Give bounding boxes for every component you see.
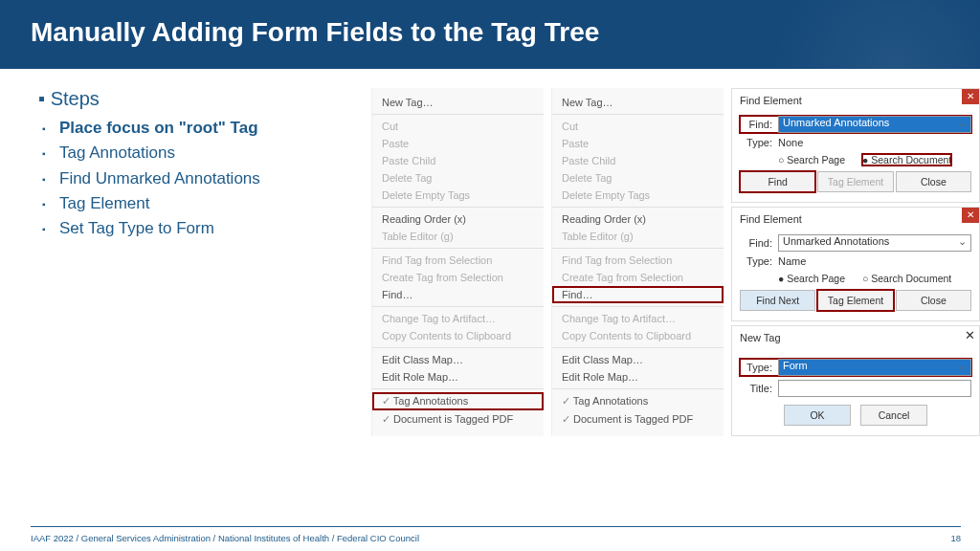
step-item: Tag Annotations [59,141,364,165]
context-menu-1: New Tag… Cut Paste Paste Child Delete Ta… [371,88,544,436]
close-button[interactable]: Close [896,171,971,192]
menu-paste-child: Paste Child [552,152,724,169]
steps-heading: ▪ Steps [38,88,364,110]
dialogs-column: Find Element ✕ Find: Unmarked Annotation… [731,88,980,436]
menu-edit-role[interactable]: Edit Role Map… [552,368,724,386]
menu-cut: Cut [552,118,724,135]
menu-doc-tagged[interactable]: Document is Tagged PDF [372,410,544,429]
menu-change-artifact: Change Tag to Artifact… [372,310,544,327]
footer-text: IAAF 2022 / General Services Administrat… [31,533,419,543]
menu-doc-tagged[interactable]: Document is Tagged PDF [552,410,724,429]
slide-header: Manually Adding Form Fields to the Tag T… [0,0,980,69]
close-icon[interactable]: ✕ [962,89,979,104]
type-label: Type: [740,137,772,148]
menu-copy-clip: Copy Contents to Clipboard [552,327,724,344]
menu-delete-empty: Delete Empty Tags [372,187,544,204]
menu-find[interactable]: Find… [372,286,544,303]
menu-find[interactable]: Find… [552,286,724,303]
menu-cut: Cut [372,118,544,135]
menu-paste: Paste [552,135,724,152]
cancel-button[interactable]: Cancel [860,405,927,426]
find-element-dialog-1: Find Element ✕ Find: Unmarked Annotation… [731,88,980,203]
type-label: Type: [740,362,772,373]
menu-new-tag[interactable]: New Tag… [372,94,544,111]
type-combo[interactable]: Form [778,359,971,376]
close-icon[interactable]: ✕ [965,328,975,342]
find-label: Find: [740,237,772,249]
title-input[interactable] [778,380,971,397]
slide-title: Manually Adding Form Fields to the Tag T… [31,17,949,48]
menu-edit-class[interactable]: Edit Class Map… [372,351,544,368]
menu-create-sel: Create Tag from Selection [372,269,544,286]
menu-delete-tag: Delete Tag [372,169,544,187]
menu-find-sel: Find Tag from Selection [372,252,544,269]
type-label: Type: [740,255,772,267]
close-button[interactable]: Close [896,290,971,311]
menu-paste: Paste [372,135,544,152]
type-value: Name [778,255,806,267]
find-button[interactable]: Find [740,171,815,192]
menu-change-artifact: Change Tag to Artifact… [552,310,724,327]
find-combo[interactable]: Unmarked Annotations [778,116,971,133]
radio-search-page[interactable]: Search Page [778,273,845,284]
radio-search-document[interactable]: Search Document [862,273,951,284]
page-number: 18 [950,533,961,543]
ok-button[interactable]: OK [784,405,851,426]
find-combo[interactable]: Unmarked Annotations [778,234,971,252]
menu-copy-clip: Copy Contents to Clipboard [372,327,544,344]
menu-tag-annotations[interactable]: Tag Annotations [552,392,724,410]
menu-create-sel: Create Tag from Selection [552,269,724,286]
find-next-button[interactable]: Find Next [740,290,815,311]
new-tag-dialog: New Tag ✕ Type: Form Title: OK Cancel [731,325,980,436]
menu-delete-empty: Delete Empty Tags [552,187,724,204]
menu-reading-order[interactable]: Reading Order (x) [552,210,724,228]
context-menu-2: New Tag… Cut Paste Paste Child Delete Ta… [551,88,724,436]
radio-search-document[interactable]: Search Document [862,154,951,165]
step-item: Tag Element [59,191,364,216]
menu-paste-child: Paste Child [372,152,544,169]
step-item: Find Unmarked Annotations [59,166,364,191]
dialog-title: New Tag [740,332,971,349]
slide-footer: IAAF 2022 / General Services Administrat… [31,526,961,543]
menu-table-editor: Table Editor (g) [552,228,724,245]
tag-element-button[interactable]: Tag Element [817,290,893,311]
type-value: None [778,137,803,148]
slide-content: ▪ Steps Place focus on "root" Tag Tag An… [0,69,980,436]
step-item: Set Tag Type to Form [59,216,364,241]
radio-search-page[interactable]: Search Page [778,154,845,165]
menu-reading-order[interactable]: Reading Order (x) [372,210,544,228]
menu-table-editor: Table Editor (g) [372,228,544,245]
dialog-title: Find Element [740,213,971,231]
menu-new-tag[interactable]: New Tag… [552,94,724,111]
close-icon[interactable]: ✕ [962,208,979,223]
menu-edit-role[interactable]: Edit Role Map… [372,368,544,386]
menu-edit-class[interactable]: Edit Class Map… [552,351,724,368]
step-item: Place focus on "root" Tag [59,116,364,141]
dialog-title: Find Element [740,95,971,112]
menu-tag-annotations[interactable]: Tag Annotations [372,392,544,410]
tag-element-button: Tag Element [817,171,893,192]
menu-find-sel: Find Tag from Selection [552,252,724,269]
title-label: Title: [740,383,772,394]
steps-panel: ▪ Steps Place focus on "root" Tag Tag An… [38,88,364,436]
find-label: Find: [740,119,772,130]
menu-delete-tag: Delete Tag [552,169,724,187]
find-element-dialog-2: Find Element ✕ Find: Unmarked Annotation… [731,207,980,321]
